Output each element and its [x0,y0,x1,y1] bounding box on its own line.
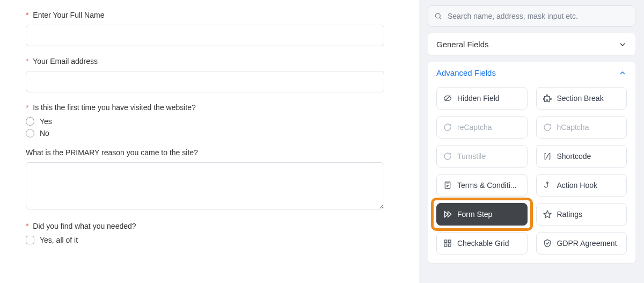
field-terms[interactable]: Terms & Conditi... [436,174,528,197]
svg-rect-15 [448,244,451,246]
search-icon [434,12,442,20]
svg-line-3 [546,154,548,158]
accordion-advanced-title: Advanced Fields [436,68,496,77]
primary-reason-textarea[interactable] [26,162,384,209]
svg-marker-11 [544,211,551,217]
chevron-up-icon [618,69,627,77]
field-ratings[interactable]: Ratings [536,203,627,226]
field-action-hook[interactable]: Action Hook [536,174,627,197]
svg-rect-12 [444,240,447,243]
field-name: * Enter Your Full Name [26,11,393,46]
accordion-general-title: General Fields [436,40,489,49]
field-recaptcha-label: reCaptcha [457,123,492,132]
field-hidden[interactable]: Hidden Field [436,87,528,110]
field-checkable-grid[interactable]: Checkable Grid [436,232,528,255]
hcaptcha-icon [543,123,552,132]
primary-reason-label: What is the PRIMARY reason you came to t… [26,148,198,157]
accordion-general: General Fields [428,33,635,55]
hook-icon [543,181,552,190]
required-marker: * [26,222,28,230]
field-first-visit: * Is this the first time you have visite… [26,103,393,137]
required-marker: * [26,103,28,112]
field-primary-reason: What is the PRIMARY reason you came to t… [26,148,393,211]
chevron-down-icon [618,40,627,49]
search-wrap [428,5,635,27]
required-marker: * [26,57,28,66]
email-input[interactable] [26,71,384,92]
field-action-hook-label: Action Hook [557,181,597,190]
skip-forward-icon [443,210,452,219]
first-visit-yes-radio[interactable] [26,117,34,126]
recaptcha-icon [443,123,452,132]
field-section-break-label: Section Break [557,94,604,103]
svg-marker-9 [445,212,448,217]
field-ratings-label: Ratings [557,210,582,219]
svg-point-8 [546,182,548,184]
name-input[interactable] [26,25,384,46]
svg-point-0 [436,13,441,18]
sidebar: General Fields Advanced Fields Hidden Fi… [419,0,644,283]
accordion-general-header[interactable]: General Fields [428,33,635,55]
field-terms-label: Terms & Conditi... [457,181,516,190]
star-icon [543,210,552,219]
field-section-break[interactable]: Section Break [536,87,627,110]
found-yes-all-checkbox[interactable] [26,236,34,244]
accordion-advanced: Advanced Fields Hidden Field Section Bre… [428,62,635,263]
field-gdpr-label: GDPR Agreement [557,239,617,248]
field-form-step-label: Form Step [457,210,492,219]
advanced-field-grid: Hidden Field Section Break reCaptcha hCa… [428,84,635,263]
search-input[interactable] [428,5,635,27]
email-label: Your Email address [33,57,98,66]
field-hcaptcha-label: hCaptcha [557,123,589,132]
name-label: Enter Your Full Name [33,11,104,19]
first-visit-no-radio[interactable] [26,129,34,137]
field-hcaptcha[interactable]: hCaptcha [536,116,627,139]
svg-rect-13 [448,240,451,243]
eye-off-icon [443,94,452,103]
svg-line-1 [440,18,441,19]
field-checkable-grid-label: Checkable Grid [457,239,509,248]
turnstile-icon [443,152,452,161]
form-step-highlight: Form Step [431,198,533,231]
first-visit-yes-label: Yes [40,117,52,126]
svg-rect-14 [444,244,447,246]
field-gdpr[interactable]: GDPR Agreement [536,232,627,255]
found-label: Did you find what you needed? [33,222,136,230]
field-turnstile[interactable]: Turnstile [436,145,528,168]
field-turnstile-label: Turnstile [457,152,486,161]
field-shortcode[interactable]: Shortcode [536,145,627,168]
field-found: * Did you find what you needed? Yes, all… [26,222,393,244]
document-icon [443,181,452,190]
found-yes-all-label: Yes, all of it [40,236,78,244]
field-email: * Your Email address [26,57,393,92]
accordion-advanced-header[interactable]: Advanced Fields [428,62,635,84]
field-recaptcha[interactable]: reCaptcha [436,116,528,139]
field-form-step[interactable]: Form Step [436,203,528,226]
shortcode-icon [543,152,552,161]
field-hidden-label: Hidden Field [457,94,500,103]
grid-icon [443,239,452,248]
field-shortcode-label: Shortcode [557,152,591,161]
first-visit-label: Is this the first time you have visited … [33,103,195,112]
form-canvas: * Enter Your Full Name * Your Email addr… [0,0,419,283]
first-visit-no-label: No [40,129,49,137]
required-marker: * [26,11,28,19]
puzzle-icon [543,94,552,103]
shield-icon [543,239,552,248]
